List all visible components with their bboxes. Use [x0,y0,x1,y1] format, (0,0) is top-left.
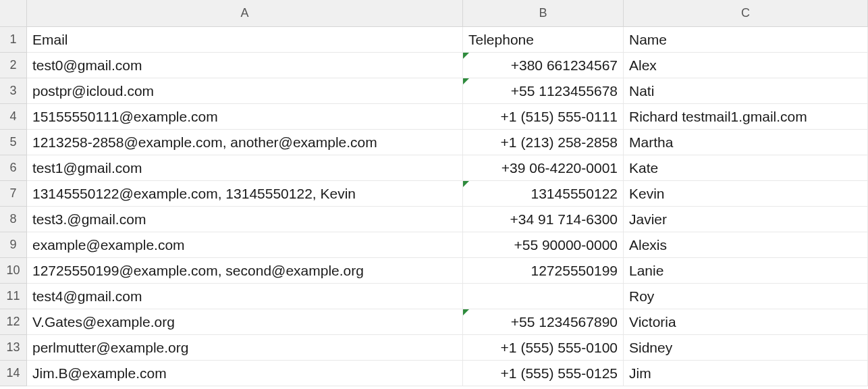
cell-b2[interactable]: +380 661234567 [463,53,624,78]
cell-a2[interactable]: test0@gmail.com [27,53,463,78]
cell-text: +55 1234567890 [511,314,618,330]
cell-a9[interactable]: example@example.com [27,232,463,258]
cell-b5[interactable]: +1 (213) 258-2858 [463,130,624,155]
cell-text: Richard testmail1.gmail.com [629,109,807,125]
cell-text: +55 90000-0000 [514,237,618,253]
cell-text: +55 1123455678 [511,83,618,99]
row-header[interactable]: 10 [0,258,27,284]
cell-text: +1 (213) 258-2858 [501,134,618,151]
cell-a3[interactable]: postpr@icloud.com [27,78,463,104]
cell-text: Name [629,32,667,48]
cell-c13[interactable]: Sidney [624,335,868,361]
row-header[interactable]: 3 [0,78,27,104]
cell-text: Jim.B@example.com [32,365,167,382]
cell-c2[interactable]: Alex [624,53,868,78]
cell-a13[interactable]: perlmutter@example.org [27,335,463,361]
row-header[interactable]: 13 [0,335,27,361]
error-indicator-icon[interactable] [463,53,469,59]
cell-text: Alexis [629,237,667,253]
row-header[interactable]: 5 [0,130,27,155]
cell-text: +1 (555) 555-0100 [501,340,618,356]
cell-text: Kevin [629,186,665,202]
cell-b7[interactable]: 13145550122 [463,181,624,207]
cell-b10[interactable]: 12725550199 [463,258,624,284]
column-header-c[interactable]: C [624,0,868,27]
cell-c3[interactable]: Nati [624,78,868,104]
cell-text: Lanie [629,263,663,279]
cell-text: 13145550122 [531,186,618,202]
cell-c8[interactable]: Javier [624,207,868,232]
cell-a4[interactable]: 15155550111@example.com [27,104,463,130]
cell-text: test0@gmail.com [32,57,142,74]
cell-text: +1 (515) 555-0111 [501,109,618,125]
cell-text: postpr@icloud.com [32,83,154,99]
cell-a6[interactable]: test1@gmail.com [27,155,463,181]
row-header[interactable]: 12 [0,309,27,335]
cell-b6[interactable]: +39 06-4220-0001 [463,155,624,181]
row-header[interactable]: 11 [0,284,27,309]
cell-c1[interactable]: Name [624,27,868,53]
error-indicator-icon[interactable] [463,181,469,187]
cell-a7[interactable]: 13145550122@example.com, 13145550122, Ke… [27,181,463,207]
cell-text: 1213258-2858@example.com, another@exampl… [32,134,377,151]
cell-c7[interactable]: Kevin [624,181,868,207]
cell-text: example@example.com [32,237,185,253]
cell-text: Martha [629,134,673,151]
cell-b14[interactable]: +1 (555) 555-0125 [463,361,624,386]
cell-c4[interactable]: Richard testmail1.gmail.com [624,104,868,130]
error-indicator-icon[interactable] [463,78,469,84]
cell-text: test4@gmail.com [32,288,142,305]
cell-a12[interactable]: V.Gates@example.org [27,309,463,335]
row-header[interactable]: 9 [0,232,27,258]
row-header[interactable]: 1 [0,27,27,53]
cell-b12[interactable]: +55 1234567890 [463,309,624,335]
cell-text: perlmutter@example.org [32,340,188,356]
cell-c6[interactable]: Kate [624,155,868,181]
cell-text: 13145550122@example.com, 13145550122, Ke… [32,186,356,202]
cell-b3[interactable]: +55 1123455678 [463,78,624,104]
cell-text: +1 (555) 555-0125 [501,365,618,382]
cell-c10[interactable]: Lanie [624,258,868,284]
cell-b4[interactable]: +1 (515) 555-0111 [463,104,624,130]
cell-text: Kate [629,160,658,176]
cell-c5[interactable]: Martha [624,130,868,155]
cell-text: test3.@gmail.com [32,211,146,228]
cell-text: 12725550199 [531,263,618,279]
row-header[interactable]: 8 [0,207,27,232]
error-indicator-icon[interactable] [463,309,469,315]
cell-a11[interactable]: test4@gmail.com [27,284,463,309]
cell-text: 12725550199@example.com, second@example.… [32,263,364,279]
cell-a1[interactable]: Email [27,27,463,53]
cell-c11[interactable]: Roy [624,284,868,309]
cell-a8[interactable]: test3.@gmail.com [27,207,463,232]
cell-c12[interactable]: Victoria [624,309,868,335]
column-header-a[interactable]: A [27,0,463,27]
row-header[interactable]: 14 [0,361,27,386]
cell-text: Jim [629,365,651,382]
cell-b9[interactable]: +55 90000-0000 [463,232,624,258]
column-header-b[interactable]: B [463,0,624,27]
select-all-corner[interactable] [0,0,27,27]
row-header[interactable]: 4 [0,104,27,130]
cell-text: V.Gates@example.org [32,314,175,330]
cell-c9[interactable]: Alexis [624,232,868,258]
row-header[interactable]: 6 [0,155,27,181]
cell-c14[interactable]: Jim [624,361,868,386]
cell-a5[interactable]: 1213258-2858@example.com, another@exampl… [27,130,463,155]
cell-b1[interactable]: Telephone [463,27,624,53]
cell-a10[interactable]: 12725550199@example.com, second@example.… [27,258,463,284]
spreadsheet-grid[interactable]: ABC1EmailTelephoneName2test0@gmail.com+3… [0,0,868,386]
cell-text: +380 661234567 [511,57,618,74]
cell-b13[interactable]: +1 (555) 555-0100 [463,335,624,361]
cell-text: test1@gmail.com [32,160,142,176]
cell-a14[interactable]: Jim.B@example.com [27,361,463,386]
cell-text: Roy [629,288,654,305]
cell-text: Alex [629,57,657,74]
cell-b11[interactable] [463,284,624,309]
cell-b8[interactable]: +34 91 714-6300 [463,207,624,232]
row-header[interactable]: 2 [0,53,27,78]
cell-text: Telephone [468,32,534,48]
cell-text: Email [32,32,68,48]
row-header[interactable]: 7 [0,181,27,207]
cell-text: Victoria [629,314,676,330]
